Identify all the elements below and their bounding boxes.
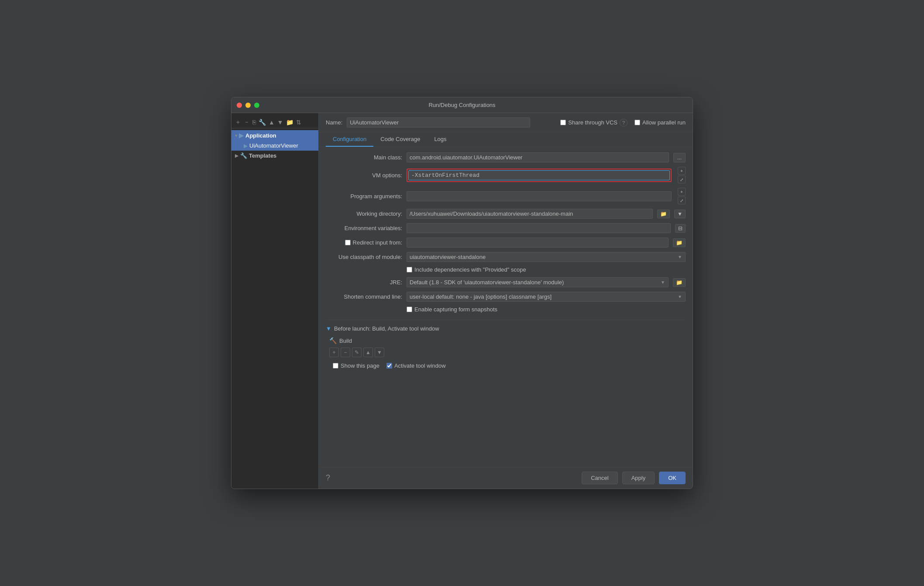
add-icon[interactable]: ＋ [235, 118, 241, 126]
app-section-icon: ▶ [239, 132, 244, 139]
titlebar: Run/Debug Configurations [231, 97, 693, 113]
activate-window-checkbox[interactable] [386, 363, 392, 369]
jre-select[interactable]: Default (1.8 - SDK of 'uiautomatorviewer… [407, 277, 669, 287]
classpath-select-wrapper: uiautomatorviewer-standalone [407, 252, 686, 262]
include-deps-checkbox[interactable] [407, 267, 412, 272]
allow-parallel-checkbox[interactable] [634, 120, 640, 125]
main-class-browse-button[interactable]: ... [673, 153, 686, 162]
share-vcs-label: Share through VCS [568, 119, 617, 126]
classpath-select[interactable]: uiautomatorviewer-standalone [407, 252, 686, 262]
env-vars-label: Environment variables: [326, 225, 402, 231]
sidebar-toolbar: ＋ － ⎘ 🔧 ▲ ▼ 📁 ⇅ [231, 117, 318, 128]
vm-options-add-button[interactable]: + [678, 167, 686, 175]
name-input[interactable] [347, 117, 530, 128]
program-args-expand-button[interactable]: ⤢ [678, 196, 686, 204]
working-dir-browse-button[interactable]: 📁 [657, 210, 670, 218]
main-class-input[interactable] [407, 152, 669, 162]
copy-icon[interactable]: ⎘ [252, 119, 256, 126]
include-deps-row: Include dependencies with "Provided" sco… [326, 266, 686, 273]
redirect-label: Redirect input from: [353, 239, 402, 246]
capturing-row: Enable capturing form snapshots [326, 306, 686, 313]
tab-code-coverage[interactable]: Code Coverage [373, 132, 427, 147]
name-label: Name: [326, 119, 342, 126]
down-icon[interactable]: ▼ [277, 119, 283, 126]
jre-browse-button[interactable]: 📁 [673, 278, 686, 287]
shorten-cmd-label: Shorten command line: [326, 293, 402, 300]
show-page-label: Show this page [341, 362, 379, 369]
working-dir-dropdown-button[interactable]: ▼ [674, 210, 686, 218]
help-icon[interactable]: ? [326, 473, 330, 483]
wrench-icon[interactable]: 🔧 [259, 119, 266, 126]
show-page-checkbox[interactable] [333, 363, 338, 369]
before-launch-collapse-icon[interactable]: ▼ [326, 325, 331, 332]
expand-icon: ▾ [235, 133, 237, 138]
redirect-row: Redirect input from: 📁 [326, 238, 686, 248]
tab-configuration[interactable]: Configuration [326, 132, 373, 147]
main-panel: Name: Share through VCS ? Allow parallel… [319, 113, 693, 489]
env-vars-input[interactable] [407, 223, 671, 233]
allow-parallel-label: Allow parallel run [642, 119, 686, 126]
minimize-button[interactable] [245, 103, 251, 108]
folder-icon[interactable]: 📁 [286, 119, 293, 126]
up-icon[interactable]: ▲ [269, 119, 275, 126]
sidebar-item-uiautomatorviewer[interactable]: ▶ UiAutomatorViewer [231, 141, 318, 151]
window-controls [237, 103, 259, 108]
maximize-button[interactable] [254, 103, 259, 108]
env-vars-edit-button[interactable]: ⊟ [675, 224, 686, 233]
activate-window-label: Activate tool window [394, 362, 446, 369]
tabs: Configuration Code Coverage Logs [319, 132, 693, 147]
redirect-browse-button[interactable]: 📁 [673, 238, 686, 247]
shorten-cmd-select-wrapper: user-local default: none - java [options… [407, 292, 686, 302]
apply-button[interactable]: Apply [622, 472, 655, 484]
sort-icon[interactable]: ⇅ [296, 119, 301, 126]
vcs-options: Share through VCS ? Allow parallel run [560, 119, 686, 127]
launch-down-button[interactable]: ▼ [375, 348, 384, 357]
redirect-input[interactable] [407, 238, 669, 248]
vm-options-input[interactable] [408, 170, 670, 180]
shorten-cmd-select[interactable]: user-local default: none - java [options… [407, 292, 686, 302]
redirect-checkbox[interactable] [345, 240, 351, 245]
sidebar-section-templates[interactable]: ▶ 🔧 Templates [231, 151, 318, 161]
capturing-label: Enable capturing form snapshots [414, 306, 497, 313]
before-launch-section: ▼ Before launch: Build, Activate tool wi… [326, 320, 686, 359]
before-launch-header: ▼ Before launch: Build, Activate tool wi… [326, 325, 686, 332]
expand-icon: ▶ [235, 153, 238, 158]
build-icon: 🔨 [329, 337, 337, 344]
templates-section-label: Templates [249, 152, 276, 159]
working-dir-label: Working directory: [326, 210, 402, 217]
program-args-row: Program arguments: + ⤢ [326, 188, 686, 204]
jre-select-wrapper: Default (1.8 - SDK of 'uiautomatorviewer… [407, 277, 669, 287]
vm-options-expand-button[interactable]: ⤢ [678, 176, 686, 183]
remove-icon[interactable]: － [244, 118, 250, 126]
launch-up-button[interactable]: ▲ [363, 348, 373, 357]
include-deps-label: Include dependencies with "Provided" sco… [414, 266, 526, 273]
launch-add-button[interactable]: + [329, 348, 339, 357]
program-args-input[interactable] [407, 191, 672, 201]
vcs-help-icon[interactable]: ? [620, 119, 627, 127]
close-button[interactable] [237, 103, 242, 108]
launch-remove-button[interactable]: − [341, 348, 350, 357]
share-vcs-checkbox[interactable] [560, 120, 566, 125]
configuration-form: Main class: ... VM options: + ⤢ [319, 147, 693, 467]
classpath-row: Use classpath of module: uiautomatorview… [326, 252, 686, 262]
uiautomatorviewer-label: UiAutomatorViewer [249, 142, 298, 149]
launch-toolbar: + − ✎ ▲ ▼ [326, 346, 686, 359]
capturing-checkbox[interactable] [407, 307, 412, 312]
main-class-label: Main class: [326, 154, 402, 161]
shorten-cmd-row: Shorten command line: user-local default… [326, 292, 686, 302]
vm-options-label: VM options: [326, 172, 402, 179]
cancel-button[interactable]: Cancel [582, 472, 617, 484]
working-dir-input[interactable] [407, 209, 653, 219]
capturing-option: Enable capturing form snapshots [407, 306, 497, 313]
sidebar-section-application[interactable]: ▾ ▶ Application [231, 130, 318, 141]
launch-edit-button[interactable]: ✎ [352, 348, 362, 357]
application-section-label: Application [245, 132, 276, 139]
tab-logs[interactable]: Logs [427, 132, 453, 147]
templates-icon: 🔧 [240, 152, 247, 159]
ok-button[interactable]: OK [659, 472, 686, 484]
program-args-label: Program arguments: [326, 193, 402, 200]
vm-options-expand-buttons: + ⤢ [678, 167, 686, 183]
include-deps-option: Include dependencies with "Provided" sco… [407, 266, 526, 273]
window-title: Run/Debug Configurations [428, 102, 495, 108]
program-args-add-button[interactable]: + [678, 188, 686, 196]
